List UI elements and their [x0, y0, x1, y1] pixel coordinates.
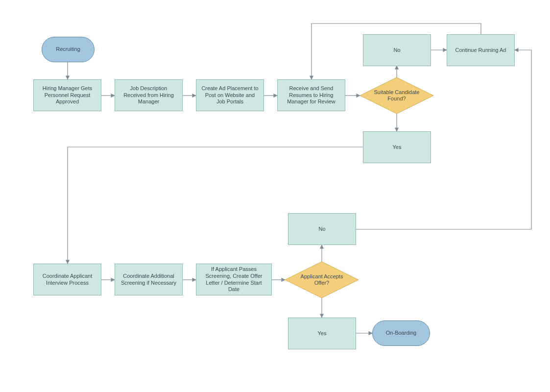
node-p5: Coordinate Applicant Interview Process — [33, 264, 101, 295]
node-no2: No — [288, 213, 356, 245]
node-cont-label: Continue Running Ad — [455, 47, 506, 54]
node-p4-label: Receive and Send Resumes to Hiring Manag… — [282, 85, 341, 105]
node-p3: Create Ad Placement to Post on Website a… — [196, 79, 264, 111]
node-no2-label: No — [318, 226, 325, 233]
node-d1-label: Suitable Candidate Found? — [369, 89, 425, 102]
node-yes2-label: Yes — [318, 330, 327, 337]
node-p7: If Applicant Passes Screening, Create Of… — [196, 264, 272, 295]
flowchart-canvas: Recruiting Hiring Manager Gets Personnel… — [0, 0, 550, 392]
node-p7-label: If Applicant Passes Screening, Create Of… — [200, 266, 267, 293]
node-yes1-label: Yes — [393, 144, 402, 151]
node-d2-label: Applicant Accepts Offer? — [294, 273, 350, 286]
node-p6-label: Coordinate Additional Screening if Neces… — [119, 273, 178, 287]
node-d1: Suitable Candidate Found? — [360, 77, 433, 114]
node-start-label: Recruiting — [56, 46, 80, 53]
edge-yes1-p5 — [68, 147, 363, 264]
node-cont: Continue Running Ad — [447, 34, 515, 66]
node-p2: Job Description Received from Hiring Man… — [115, 79, 183, 111]
node-no1-label: No — [393, 47, 400, 54]
node-p2-label: Job Description Received from Hiring Man… — [119, 85, 178, 105]
node-end: On-Boarding — [372, 320, 430, 346]
node-yes1: Yes — [363, 131, 431, 163]
node-p5-label: Coordinate Applicant Interview Process — [38, 273, 97, 287]
node-start: Recruiting — [42, 37, 95, 62]
node-p6: Coordinate Additional Screening if Neces… — [115, 264, 183, 295]
node-p3-label: Create Ad Placement to Post on Website a… — [200, 85, 260, 105]
node-d2: Applicant Accepts Offer? — [285, 262, 359, 298]
node-end-label: On-Boarding — [386, 330, 416, 337]
node-p1: Hiring Manager Gets Personnel Request Ap… — [33, 79, 101, 111]
node-no1: No — [363, 34, 431, 66]
node-p1-label: Hiring Manager Gets Personnel Request Ap… — [38, 85, 97, 105]
node-p4: Receive and Send Resumes to Hiring Manag… — [277, 79, 345, 111]
node-yes2: Yes — [288, 318, 356, 349]
